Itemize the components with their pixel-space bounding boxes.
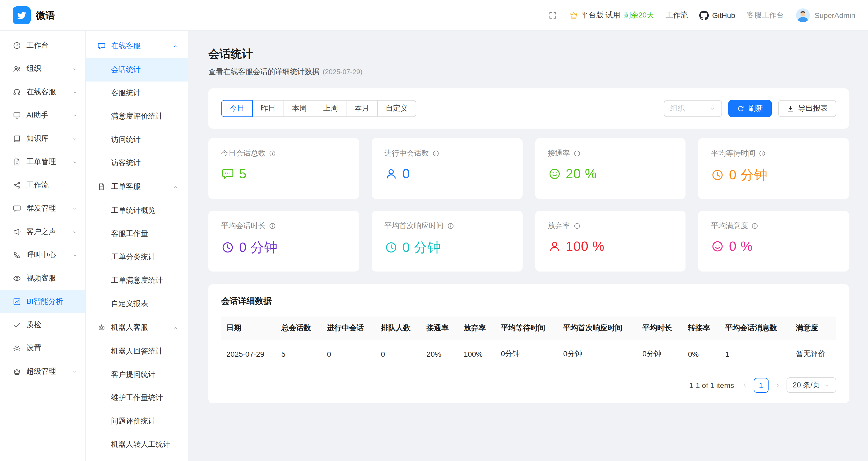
sidebar-item-quality-check[interactable]: 质检 xyxy=(0,313,85,337)
submenu-section-robot-service[interactable]: 机器人客服 xyxy=(86,315,188,340)
stat-label: 接通率 xyxy=(548,149,570,158)
app-root: 微语 平台版 试用 剩余20天 工作流 GitHub 客服工作台 SuperAd… xyxy=(0,0,868,461)
app-logo[interactable] xyxy=(13,6,31,24)
sidebar-item-video-service[interactable]: 视频客服 xyxy=(0,267,85,290)
workbench-link-label: 客服工作台 xyxy=(747,10,784,20)
sidebar-item-label: AI助手 xyxy=(26,111,67,120)
info-icon[interactable] xyxy=(432,150,439,157)
sidebar-item-label: 在线客服 xyxy=(26,87,67,97)
plan-badge[interactable]: 平台版 试用 剩余20天 xyxy=(569,10,654,20)
sidebar-item-voice-of-customer[interactable]: 客户之声 xyxy=(0,220,85,243)
next-page-button[interactable] xyxy=(774,382,780,388)
sidebar-item-ai-assistant[interactable]: AI助手 xyxy=(0,104,85,127)
stat-value-row: 0 分钟 xyxy=(221,239,346,256)
submenu-item-custom-report[interactable]: 自定义报表 xyxy=(86,292,188,315)
submenu-section-ticket-service[interactable]: 工单客服 xyxy=(86,175,188,199)
bird-icon xyxy=(17,10,27,20)
sidebar-item-call-center[interactable]: 呼叫中心 xyxy=(0,243,85,267)
info-icon[interactable] xyxy=(751,222,759,230)
column-header: 平均首次响应时间 xyxy=(558,317,637,340)
submenu-item-ticket-stats-overview[interactable]: 工单统计概览 xyxy=(86,199,188,222)
page-subtitle: 查看在线客服会话的详细统计数据(2025-07-29) xyxy=(208,67,849,77)
workflow-link[interactable]: 工作流 xyxy=(666,10,688,20)
user-menu[interactable]: SuperAdmin xyxy=(796,8,855,23)
sidebar-item-workflow[interactable]: 工作流 xyxy=(0,174,85,197)
chevron-down-icon xyxy=(72,159,78,165)
workbench-link[interactable]: 客服工作台 xyxy=(747,10,784,20)
github-link[interactable]: GitHub xyxy=(700,10,735,20)
stat-value-row: 0 xyxy=(384,166,510,181)
crown-icon xyxy=(13,367,21,376)
submenu-item-question-rating-stats[interactable]: 问题评价统计 xyxy=(86,410,188,433)
sidebar-item-online-service[interactable]: 在线客服 xyxy=(0,81,85,104)
submenu-item-visit-stats[interactable]: 访问统计 xyxy=(86,128,188,151)
sidebar-item-super-admin[interactable]: 超级管理 xyxy=(0,360,85,383)
submenu-item-maintenance-workload-stats[interactable]: 维护工作量统计 xyxy=(86,386,188,410)
submenu-item-agent-stats[interactable]: 客服统计 xyxy=(86,82,188,105)
sidebar-item-ticket-management[interactable]: 工单管理 xyxy=(0,150,85,174)
chevron-down-icon xyxy=(72,136,78,142)
sidebar-item-knowledge-base[interactable]: 知识库 xyxy=(0,127,85,150)
range-button-last-week[interactable]: 上周 xyxy=(315,100,346,117)
stat-value-row: 20 % xyxy=(548,166,673,181)
table-cell: 0分钟 xyxy=(637,340,683,368)
range-button-this-week[interactable]: 本周 xyxy=(283,100,315,117)
github-link-label: GitHub xyxy=(712,11,735,19)
submenu-item-robot-to-human-stats[interactable]: 机器人转人工统计 xyxy=(86,433,188,456)
info-icon[interactable] xyxy=(759,150,766,157)
page-size-select[interactable]: 20 条/页 xyxy=(786,377,836,393)
stat-label: 进行中会话数 xyxy=(384,149,429,158)
org-select[interactable]: 组织 xyxy=(664,100,722,117)
submenu-item-visitor-stats[interactable]: 访客统计 xyxy=(86,151,188,175)
submenu-item-customer-question-stats[interactable]: 客户提问统计 xyxy=(86,363,188,386)
prev-page-button[interactable] xyxy=(741,382,748,388)
submenu-item-session-stats[interactable]: 会话统计 xyxy=(86,58,188,82)
sidebar-item-broadcast-management[interactable]: 群发管理 xyxy=(0,197,85,220)
stat-label: 放弃率 xyxy=(548,221,570,231)
submenu-item-agent-workload[interactable]: 客服工作量 xyxy=(86,222,188,246)
stat-value-row: 0 % xyxy=(711,239,837,254)
sidebar-item-settings[interactable]: 设置 xyxy=(0,337,85,360)
info-icon[interactable] xyxy=(269,150,276,157)
submenu-item-robot-answer-stats[interactable]: 机器人回答统计 xyxy=(86,340,188,363)
info-icon[interactable] xyxy=(269,222,276,230)
chevron-down-icon xyxy=(824,382,830,388)
column-header: 日期 xyxy=(221,317,276,340)
table-row: 2025-07-2950020%100%0分钟0分钟0分钟0%1暂无评价 xyxy=(221,340,836,368)
filter-card: 今日昨日本周上周本月自定义 组织 刷新 导出报表 xyxy=(208,88,849,128)
stat-label: 平均等待时间 xyxy=(711,149,755,158)
page-size-value: 20 条/页 xyxy=(793,380,820,390)
submenu-section-online-service[interactable]: 在线客服 xyxy=(86,34,188,58)
page-title: 会话统计 xyxy=(208,47,849,61)
info-icon[interactable] xyxy=(573,222,581,230)
submenu-item-satisfaction-rating-stats[interactable]: 满意度评价统计 xyxy=(86,105,188,128)
org-select-placeholder: 组织 xyxy=(670,104,685,113)
export-button-label: 导出报表 xyxy=(798,104,828,113)
column-header: 平均等待时间 xyxy=(496,317,558,340)
sidebar-item-bi-analytics[interactable]: BI智能分析 xyxy=(0,290,85,313)
export-button[interactable]: 导出报表 xyxy=(778,100,836,117)
range-button-custom[interactable]: 自定义 xyxy=(377,100,416,117)
filter-actions: 组织 刷新 导出报表 xyxy=(664,100,836,117)
fullscreen-icon[interactable] xyxy=(548,10,558,20)
sidebar-item-workbench[interactable]: 工作台 xyxy=(0,34,85,57)
column-header: 总会话数 xyxy=(276,317,321,340)
range-button-this-month[interactable]: 本月 xyxy=(346,100,378,117)
sidebar-item-organization[interactable]: 组织 xyxy=(0,57,85,81)
range-button-today[interactable]: 今日 xyxy=(221,100,253,117)
submenu-item-label: 工单统计概览 xyxy=(111,206,156,215)
column-header: 排队人数 xyxy=(376,317,421,340)
info-icon[interactable] xyxy=(573,150,581,157)
info-icon[interactable] xyxy=(447,222,454,230)
submenu-item-ticket-category-stats[interactable]: 工单分类统计 xyxy=(86,246,188,269)
refresh-button[interactable]: 刷新 xyxy=(728,100,772,117)
sidebar-item-label: 呼叫中心 xyxy=(26,250,67,260)
table-cell: 20% xyxy=(421,340,459,368)
download-icon xyxy=(786,105,795,113)
share-icon xyxy=(13,181,21,190)
submenu-item-ticket-satisfaction-stats[interactable]: 工单满意度统计 xyxy=(86,269,188,292)
range-button-yesterday[interactable]: 昨日 xyxy=(252,100,284,117)
stat-value: 0 分钟 xyxy=(403,239,441,256)
submenu-item-label: 机器人回答统计 xyxy=(111,347,163,356)
page-number-button[interactable]: 1 xyxy=(753,378,768,393)
